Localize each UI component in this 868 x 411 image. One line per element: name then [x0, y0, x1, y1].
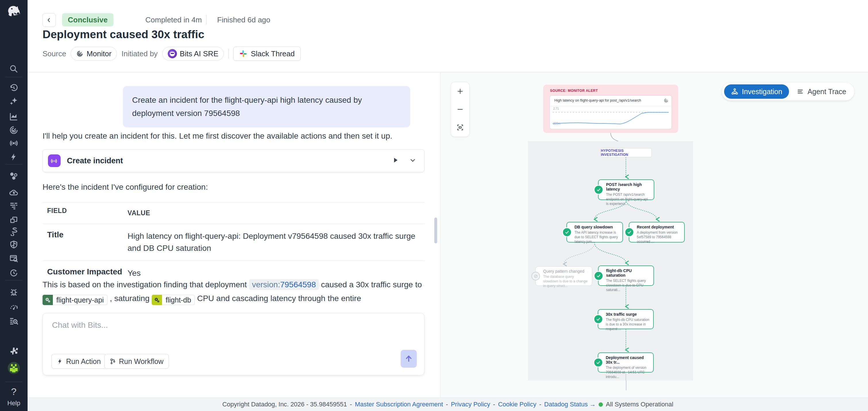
log-explorer-icon[interactable]	[0, 315, 28, 327]
hypothesis-node-post-search[interactable]: POST /search high latency The POST /api/…	[598, 179, 654, 200]
bits-ai-sparkles-icon[interactable]	[0, 95, 28, 107]
traces-icon[interactable]	[0, 225, 28, 238]
action-card-label: Create incident	[67, 157, 392, 165]
rum-icon[interactable]	[0, 252, 28, 265]
slack-thread-button[interactable]: Slack Thread	[233, 46, 301, 61]
view-toggle: Investigation Agent Trace	[722, 83, 854, 100]
page-title: Deployment caused 30x traffic	[42, 28, 205, 41]
hypothesis-node-flight-db-cpu[interactable]: flight-db CPU saturation The SELECT flig…	[598, 266, 654, 286]
confirmed-check-icon	[593, 357, 603, 367]
link-datadog-status[interactable]: Datadog Status →	[544, 401, 596, 408]
hypothesis-node-recent-deployment[interactable]: Recent deployment A deployment from vers…	[629, 222, 685, 242]
history-icon[interactable]	[0, 81, 28, 94]
initiated-by-label: Initiated by	[122, 49, 158, 58]
logs-icon[interactable]	[0, 199, 28, 212]
col-header-value: VALUE	[127, 202, 425, 224]
confirmed-check-icon	[562, 227, 572, 237]
finished-time: Finished 6d ago	[217, 13, 270, 26]
chat-input[interactable]	[52, 320, 369, 353]
table-row: Title High latency on flight-query-api: …	[42, 224, 425, 261]
service-tag-flight-db[interactable]: flight-db	[152, 295, 195, 305]
expand-chevron-icon[interactable]	[409, 157, 416, 165]
link-master-subscription[interactable]: Master Subscription Agreement	[355, 401, 443, 408]
run-action-icon[interactable]	[392, 157, 399, 165]
finding-paragraph: This is based on the investigation findi…	[42, 278, 426, 305]
service-tag-flight-query-api[interactable]: flight-query-api	[42, 295, 107, 305]
tab-agent-trace[interactable]: Agent Trace	[791, 88, 852, 96]
zoom-in-button[interactable]	[451, 82, 469, 100]
link-cookie-policy[interactable]: Cookie Policy	[498, 401, 536, 408]
meta-divider	[228, 49, 229, 59]
sidebar: ? Help	[0, 0, 28, 411]
datadog-logo-icon[interactable]	[0, 2, 28, 23]
ruled-out-icon	[531, 272, 540, 280]
sidebar-divider	[5, 164, 22, 165]
source-monitor-pill[interactable]: Monitor	[71, 47, 117, 61]
hypothesis-canvas[interactable]: HYPOTHESIS INVESTIGATION POST /search hi…	[528, 141, 693, 381]
chat-input-box: Run Action Run Workflow	[42, 313, 425, 375]
back-button[interactable]	[42, 13, 56, 27]
infrastructure-icon[interactable]	[0, 170, 28, 182]
user-message-bubble: Create an incident for the flight-query-…	[123, 86, 410, 128]
monitor-title: High latency on flight-query-api for pos…	[554, 98, 661, 102]
integrations-puzzle-icon[interactable]	[0, 345, 28, 357]
bolt-icon	[57, 358, 63, 365]
link-privacy-policy[interactable]: Privacy Policy	[451, 401, 490, 408]
investigation-panel: SOURCE: MONITOR ALERT High latency on fl…	[440, 72, 868, 398]
status-badge: Conclusive	[62, 13, 114, 26]
fit-to-screen-button[interactable]	[451, 118, 469, 136]
investigation-graph-icon	[731, 88, 739, 95]
monitor-icon	[76, 50, 84, 58]
cloud-cost-icon[interactable]	[0, 186, 28, 199]
help-icon[interactable]: ?	[0, 386, 28, 397]
meta-row: Source Monitor Initiated by Bits AI SRE …	[42, 47, 301, 61]
sidebar-divider	[5, 382, 22, 382]
page-header: Conclusive Completed in 4m Finished 6d a…	[28, 0, 868, 72]
copyright-text: Copyright Datadog, Inc. 2026 - 35.984595…	[222, 401, 347, 408]
events-bolt-icon[interactable]	[0, 151, 28, 163]
monitor-alert-label: SOURCE: MONITOR ALERT	[550, 89, 598, 93]
col-header-field: FIELD	[42, 202, 127, 224]
watchdog-icon[interactable]	[0, 137, 28, 149]
chat-panel: Create an incident for the flight-query-…	[28, 72, 440, 398]
monitor-alert-card[interactable]: SOURCE: MONITOR ALERT High latency on fl…	[543, 85, 678, 133]
send-arrow-icon	[404, 354, 413, 363]
ci-visibility-icon[interactable]	[0, 267, 28, 279]
incident-action-icon	[48, 155, 61, 167]
search-icon[interactable]	[0, 63, 28, 75]
chat-scrollbar[interactable]	[434, 217, 437, 243]
metrics-icon[interactable]	[0, 110, 28, 123]
hypothesis-node-query-pattern[interactable]: Query pattern changed The database query…	[535, 266, 592, 286]
monitor-card-inner: High latency on flight-query-api for pos…	[550, 95, 672, 129]
run-action-button[interactable]: Run Action	[52, 354, 106, 369]
create-incident-card[interactable]: Create incident	[42, 149, 425, 172]
run-workflow-button[interactable]: Run Workflow	[104, 354, 169, 369]
error-tracking-bug-icon[interactable]	[0, 286, 28, 299]
tab-investigation[interactable]: Investigation	[724, 84, 789, 99]
initiated-by-pill[interactable]: Bits AI SRE	[162, 47, 224, 61]
hypothesis-node-db-query[interactable]: DB query slowdown The API latency increa…	[566, 222, 623, 242]
graph-edge-tail	[626, 381, 626, 390]
send-button[interactable]	[401, 350, 417, 368]
user-avatar[interactable]	[0, 361, 28, 375]
workflow-icon	[110, 358, 116, 365]
monitors-icon[interactable]	[0, 124, 28, 136]
zoom-out-button[interactable]	[451, 100, 469, 118]
hypothesis-node-deployment-cause[interactable]: Deployment caused 30x tr... The deployme…	[598, 352, 654, 373]
header-divider	[206, 15, 207, 25]
help-label: Help	[0, 400, 28, 407]
status-ok-dot	[598, 402, 603, 407]
monitor-icon	[663, 98, 669, 104]
apm-icon[interactable]	[0, 213, 28, 226]
version-tag[interactable]: version:79564598	[249, 279, 319, 290]
hypothesis-node-traffic-surge[interactable]: 30x traffic surge The flight-db CPU satu…	[598, 309, 654, 329]
security-shield-icon[interactable]	[0, 238, 28, 251]
source-label: Source	[42, 49, 66, 58]
configured-line: Here's the incident I've configured for …	[42, 181, 208, 194]
slo-gauge-icon[interactable]	[0, 301, 28, 313]
confirmed-check-icon	[594, 185, 603, 195]
confirmed-check-icon	[624, 227, 634, 237]
slack-icon	[239, 50, 247, 58]
hypothesis-investigation-label: HYPOTHESIS INVESTIGATION	[600, 148, 652, 157]
bits-ai-avatar	[168, 49, 177, 58]
